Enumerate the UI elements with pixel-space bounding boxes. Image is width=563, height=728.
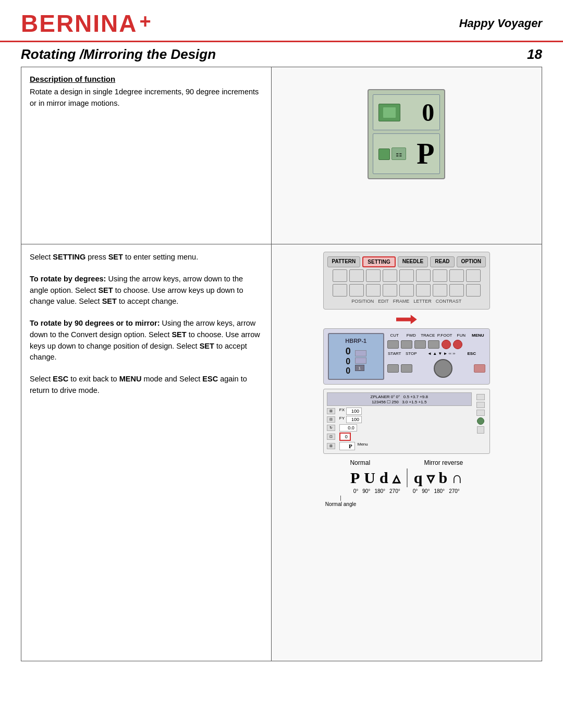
dial-nav[interactable]: [434, 359, 452, 378]
label-normal: Normal: [350, 459, 370, 466]
machine-display-1: 0 ⚏ P: [368, 89, 445, 179]
desc-heading: Description of function: [30, 75, 263, 83]
settings-icon-4: ⊡: [327, 434, 335, 440]
settings-top-bar: ZPLANER 0° 0° 0.5 +3.7 +9.8 123456 ☐ 250…: [327, 392, 472, 406]
logo-text: BERNINA: [21, 9, 138, 38]
char-delta-normal: ▵: [393, 469, 400, 487]
settings-label-menu: Menu: [358, 442, 368, 450]
btn-needle: NEEDLE: [398, 256, 429, 267]
angle-180n: 180°: [374, 488, 385, 494]
mirror-diagram: Normal Mirror reverse P U d ▵ q ▿ b ∩: [323, 459, 490, 507]
panel-icon-3: [366, 269, 381, 282]
char-d-normal: d: [380, 469, 388, 487]
panel-icon-9: [466, 269, 481, 282]
panel-icon-5: [399, 269, 414, 282]
bernina-logo: BERNINA+: [21, 9, 152, 38]
angle-270n: 270°: [389, 488, 400, 494]
label-mirror: Mirror reverse: [424, 459, 463, 466]
angle-180m: 180°: [434, 488, 445, 494]
machine-btn-row-labels-2: START STOP ◄ ▲ ▼ ► ‹‹ ›› ESC: [387, 351, 485, 356]
page-number: 18: [527, 46, 542, 63]
icon-inner: [383, 107, 396, 118]
btn-esc[interactable]: [474, 364, 485, 373]
settings-display: ZPLANER 0° 0° 0.5 +3.7 +9.8 123456 ☐ 250…: [323, 389, 490, 454]
settings-icon-1: ⊞: [327, 408, 335, 414]
row-description: Description of function Rotate a design …: [21, 67, 542, 244]
btn-pattern: PATTERN: [327, 256, 361, 267]
settings-val-page: 0: [339, 433, 351, 441]
preview-icon-1: [476, 394, 485, 400]
lbl-frame: FRAME: [393, 299, 410, 304]
settings-icon-5: ⊞: [327, 443, 335, 449]
lbl-letter: LETTER: [413, 299, 432, 304]
divider: [407, 468, 408, 487]
btn-fwd[interactable]: [401, 340, 412, 349]
machine-body: HBRP-1 0 0 0 1: [323, 328, 490, 385]
panel-icon-15: [416, 284, 431, 297]
panel-icon-8: [449, 269, 464, 282]
panel-icon-6: [416, 269, 431, 282]
settings-label-fx: FX: [339, 408, 345, 415]
display-row-top: 0: [373, 94, 440, 130]
preview-dot: [477, 417, 484, 425]
lbl-position: POSITION: [351, 299, 374, 304]
display-row-bottom: ⚏ P: [373, 133, 440, 174]
panel-label-row-2: POSITION EDIT FRAME LETTER CONTRAST: [328, 299, 485, 304]
icon-small-g: [378, 149, 390, 160]
char-b-mirror: b: [438, 469, 447, 487]
preview-icon-3: [476, 410, 485, 416]
panel-icon-16: [433, 284, 447, 297]
btn-pfoot[interactable]: [428, 340, 439, 349]
lbl-contrast: CONTRAST: [436, 299, 462, 304]
steps-left: Select SETTING press SET to enter settin…: [21, 244, 272, 661]
tick-line: [340, 496, 341, 501]
panel-icon-4: [383, 269, 397, 282]
angle-270m: 270°: [449, 488, 460, 494]
settings-icon-2: ⊟: [327, 416, 335, 423]
desc-left: Description of function Rotate a design …: [21, 67, 272, 244]
mirror-chars-row: P U d ▵ q ▿ b ∩: [323, 468, 490, 487]
angle-0m: 0°: [413, 488, 418, 494]
page-header: BERNINA+ Happy Voyager: [0, 0, 563, 42]
main-content: Description of function Rotate a design …: [0, 67, 563, 661]
step2-text: To rotate by degrees: Using the arrow ke…: [30, 274, 263, 307]
step3-text: To rotate by 90 degrees or to mirror: Us…: [30, 318, 263, 363]
panel-icon-11: [349, 284, 364, 297]
panel-label-row-1: PATTERN SETTING NEEDLE READ OPTION: [328, 256, 485, 267]
panel-icon-10: [333, 284, 347, 297]
btn-menu[interactable]: [453, 340, 462, 349]
btn-stop[interactable]: [401, 364, 412, 373]
settings-icon-3: ↻: [327, 425, 335, 431]
char-delta-mirror: ▿: [426, 469, 434, 487]
settings-val-rot: 0.0: [339, 424, 357, 431]
btn-read: READ: [430, 256, 454, 267]
settings-preview: [475, 392, 486, 450]
mirror-legend: Normal Mirror reverse: [323, 459, 490, 466]
angle-90n: 90°: [362, 488, 370, 494]
panel-icon-18: [466, 284, 481, 297]
settings-row-5: ⊞ P Menu: [327, 442, 472, 450]
settings-row-1: ⊞ FX 100: [327, 408, 472, 415]
btn-fun[interactable]: [442, 340, 451, 349]
steps-right: PATTERN SETTING NEEDLE READ OPTION: [271, 244, 542, 661]
panel-icons-row-2: [328, 284, 485, 297]
char-q-mirror: q: [414, 469, 423, 487]
panel-icons-row-1: [328, 269, 485, 282]
content-table: Description of function Rotate a design …: [21, 67, 542, 661]
desc-right: 0 ⚏ P: [271, 67, 542, 244]
btn-cut[interactable]: [387, 340, 399, 349]
panel-icon-17: [449, 284, 464, 297]
machine-btn-row-2: [387, 358, 485, 379]
machine-btn-row-labels: CUT FWD TRACE P.FOOT FUN MENU: [387, 333, 485, 338]
settings-val-p: P: [339, 442, 355, 450]
btn-trace[interactable]: [414, 340, 426, 349]
icon-mirror-sym: ⚏: [391, 147, 406, 160]
lbl-edit: EDIT: [378, 299, 389, 304]
btn-start[interactable]: [387, 364, 399, 373]
angle-0n: 0°: [353, 488, 359, 494]
panel-icon-12: [366, 284, 381, 297]
page-title-bar: Rotating /Mirroring the Design 18: [0, 42, 563, 67]
desc-text: Rotate a design in single 1degree increm…: [30, 87, 263, 109]
settings-row-4: ⊡ 0: [327, 433, 472, 441]
machine-screen: HBRP-1 0 0 0 1: [328, 333, 384, 380]
